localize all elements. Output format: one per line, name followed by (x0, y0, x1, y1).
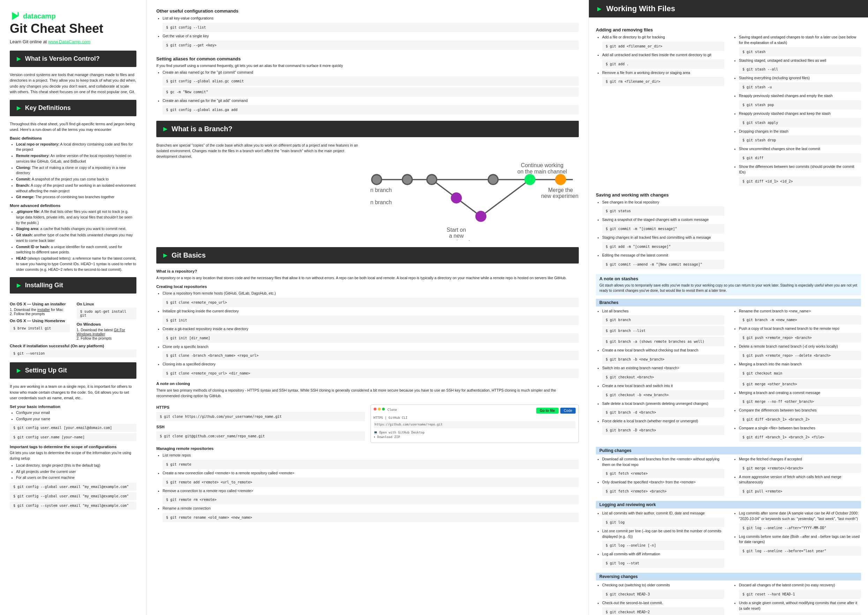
check-install-title: Check if installation successful (On any… (10, 344, 136, 348)
stashes-note-box: A note on stashes Git stash allows you t… (596, 274, 861, 295)
log-after-code: $ git log --oneline --after="YYYY-MM-DD" (739, 523, 861, 532)
config-get-code: $ git config --get <key> (162, 41, 579, 50)
add-file-code: $ git add <filename_or_dir> (602, 42, 724, 51)
list-item: Reapply previously stashed changes and e… (739, 93, 861, 109)
list-item: Log all commits with diff information $ … (602, 551, 724, 568)
branch-D-code: $ git branch -D <branch> (602, 426, 724, 435)
key-definitions-content: Throughout this cheat sheet, you'll find… (10, 121, 136, 273)
datacamp-logo-icon (10, 11, 21, 22)
svg-text:Continue working: Continue working (521, 162, 563, 168)
list-item: Remove a file from a working directory o… (602, 70, 724, 87)
list-item: Staging changes in all tracked files and… (602, 235, 724, 251)
list-item: Commit: A snapshot of the project you ca… (16, 176, 136, 182)
svg-point-5 (372, 175, 381, 184)
branch-heading: ► What is a Branch? (162, 125, 573, 133)
https-code: $ git clone https://github.com/your_user… (156, 412, 365, 421)
list-item: Create a new local branch and switch int… (602, 383, 724, 400)
mockup-download: ⬇ Download ZIP (374, 435, 576, 440)
cloning-body: There are two primary methods of cloning… (156, 388, 579, 399)
list-item: Create an alias named gc for the "git co… (162, 70, 579, 97)
list-item: Delete a remote branch named branch (-d … (739, 344, 861, 360)
list-item: List all key-value configurations $ git … (162, 16, 579, 32)
list-item: Safe delete a local branch (prevents del… (602, 401, 724, 417)
svg-text:Main branch: Main branch (371, 187, 392, 193)
init-dir-code: $ git init [dir_name] (162, 333, 579, 343)
saving-changes-title: Saving and working with changes (596, 192, 861, 198)
basics-content: What is a repository? A repository or a … (156, 268, 579, 522)
dot-red (374, 408, 376, 411)
list-item: Clone a repository from remote hosts (Gi… (162, 291, 579, 307)
list-item: HEAD (always capitalised letters): a ref… (16, 256, 136, 272)
list-item: Download all commits and branches from t… (602, 457, 724, 479)
list-item: Push a copy of local branch named branch… (739, 326, 861, 342)
amend-code: $ git commit --amend -m "[New commit mes… (602, 260, 724, 269)
branches-left-list: List all branches $ git branch $ git bra… (596, 309, 724, 435)
list-item: Rename a remote connection $ git remote … (162, 506, 579, 522)
list-item: Saving a snapshot of the staged changes … (602, 217, 724, 234)
list-item: Remove a connection to a remote repo cal… (162, 488, 579, 505)
basics-heading: ► Git Basics (162, 251, 573, 259)
remote-repos-title: Managing remote repositories (156, 446, 579, 452)
mockup-buttons: Go to file Code (536, 408, 576, 414)
left-column: datacamp Git Cheat Sheet Learn Git onlin… (0, 0, 146, 615)
section-arrow-5: ► (162, 125, 169, 133)
svg-text:on the main channel: on the main channel (517, 169, 567, 175)
version-control-content: Version control systems are tools that m… (10, 72, 136, 95)
saving-changes-left: See changes in the local repository $ gi… (596, 200, 724, 271)
branch-diagram-svg: Main branch Continue working on the main… (371, 143, 579, 241)
config-commands-list: List all key-value configurations $ git … (156, 16, 579, 50)
linux-code: $ sudo apt-get install git (77, 308, 137, 319)
pulling-right: Merge the fetched changes if accepted $ … (732, 457, 861, 498)
mockup-open: 💻 Open with GitHub Desktop (374, 430, 576, 435)
fetch-code: $ git fetch <remote> (602, 469, 724, 478)
push-delete-code: $ git push <remote_repo> --delete <branc… (739, 351, 861, 360)
branch-d-code: $ git branch -d <branch> (602, 408, 724, 417)
pulling-cols: Download all commits and branches from t… (596, 457, 861, 498)
page: datacamp Git Cheat Sheet Learn Git onlin… (0, 0, 868, 615)
basic-definitions-title: Basic definitions (10, 136, 136, 140)
reversing-right-list: Discard all changes of the latest commit… (732, 582, 861, 615)
go-to-file-button[interactable]: Go to file (536, 408, 558, 414)
pulling-left-list: Download all commits and branches from t… (596, 457, 724, 496)
svg-point-11 (451, 193, 461, 203)
list-item: Show the differences between two commits… (739, 164, 861, 186)
subtitle-link[interactable]: www.DataCamp.com (48, 39, 90, 44)
advanced-definitions-title: More advanced definitions (10, 203, 136, 208)
code-button[interactable]: Code (560, 408, 576, 414)
saving-changes-list: See changes in the local repository $ gi… (596, 200, 724, 269)
svg-point-6 (402, 175, 412, 184)
add-commit-code: $ git add -m "[commit message]" (602, 242, 724, 251)
basics-box: ► Git Basics (156, 247, 579, 264)
list-item: Log commits after some date (A sample va… (739, 510, 861, 532)
branch-rename-code: $ git branch -m <new_name> (739, 315, 861, 325)
list-item: Add all untracked and tracked files insi… (602, 52, 724, 69)
osx-installer-title: On OS X — Using an installer (10, 302, 70, 306)
scope-code-1: $ git config --global user.email "my_ema… (10, 483, 136, 491)
checkout-head3-code: $ git checkout HEAD-3 (602, 590, 724, 599)
list-item: For all users on the current machine (16, 475, 136, 481)
installing-left: On OS X — Using an installer 1. Download… (10, 298, 70, 340)
installing-git-content: On OS X — Using an installer 1. Download… (10, 298, 136, 357)
branch-list-code: $ git branch (602, 315, 724, 325)
installing-git-box: ► Installing Git (10, 277, 136, 293)
windows-step2: 2. Follow the prompts (77, 336, 137, 340)
mockup-url: https://github.com/username/repo.git (374, 421, 576, 428)
list-item: Configure your name (16, 417, 136, 422)
list-item: Merging a branch and creating a commit m… (739, 390, 861, 407)
checkout-b-code: $ git checkout -b <new_branch> (602, 390, 724, 400)
list-item: Create a new connection called <remote> … (162, 470, 579, 487)
repo-body: A repository or a repo is any location t… (156, 275, 579, 281)
branch-content: Branches are special "copies" of the cod… (156, 143, 579, 242)
remote-repos-list: List remote repos $ git remote Create a … (156, 453, 579, 522)
stash-drop-code: $ git stash drop (739, 136, 861, 145)
adding-removing-left: Add a file or directory to git for track… (596, 34, 724, 188)
stashes-note-body: Git stash allows you to temporarily save… (599, 283, 857, 293)
branch-content-area: Branches are special "copies" of the cod… (156, 143, 579, 242)
reversing-cols: Checking out (switching to) older commit… (596, 582, 861, 615)
list-item: Add a file or directory to git for track… (602, 34, 724, 51)
diff-branches-code: $ git diff <branch_1> <branch_2> (739, 415, 861, 424)
branch-box: ► What is a Branch? (156, 121, 579, 137)
scope-intro: Git lets you use tags to determine the s… (10, 450, 136, 461)
logging-cols: List all commits with their author, comm… (596, 510, 861, 570)
osx-homebrew-title: On OS X — Using Homebrew (10, 318, 70, 323)
